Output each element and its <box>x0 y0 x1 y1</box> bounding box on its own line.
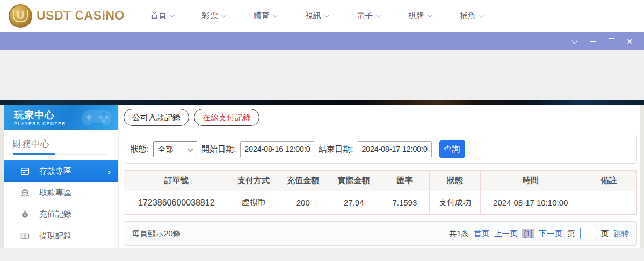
pager: 共1条 首页 上一页 [1] 下一页 第 页 跳转 <box>449 228 629 239</box>
sidebar-header: 玩家中心 PLAYERS CENTER <box>4 105 118 130</box>
table-row: 1723860600038812 虚拟币 200 27.94 7.1593 支付… <box>124 191 637 215</box>
maximize-icon <box>609 38 614 44</box>
col-actual-amount: 實際金額 <box>328 171 380 191</box>
jump-suffix-label: 页 <box>601 229 609 239</box>
tab-company-deposit-records[interactable]: 公司入款記錄 <box>124 109 189 126</box>
jump-action-link[interactable]: 跳转 <box>613 229 629 239</box>
chevron-down-icon <box>221 12 227 18</box>
logo-text: USDT CASINO <box>37 9 125 23</box>
gamepad-icon <box>81 107 113 129</box>
blank-area <box>0 50 644 100</box>
record-tabs: 公司入款記錄 在線支付記錄 <box>124 109 637 126</box>
player-center-panel: 玩家中心 PLAYERS CENTER 財務中心 <box>4 105 640 248</box>
nav-item-cards[interactable]: 棋牌 <box>408 11 432 21</box>
app-window: U USDT CASINO 首頁 彩票 體育 視訊 電子 棋牌 捕魚 ─ ✕ <box>0 0 644 261</box>
filter-panel: 狀態: 全部 開始日期: 結束日期: 查詢 <box>124 135 637 164</box>
cell-time: 2024-08-17 10:10:00 <box>480 191 581 215</box>
sidebar-section-finance-center: 財務中心 <box>4 130 118 155</box>
cell-exchange-rate: 7.1593 <box>380 191 430 215</box>
page-size-text: 每頁顯示20條 <box>132 229 181 239</box>
deposit-card-icon <box>20 167 30 176</box>
withdraw-coins-icon <box>20 188 30 197</box>
nav-item-sports[interactable]: 體育 <box>254 11 277 21</box>
col-remarks: 備註 <box>581 171 636 191</box>
chevron-down-icon <box>376 12 381 18</box>
jump-prefix-label: 第 <box>567 229 575 239</box>
window-close-button[interactable]: ✕ <box>620 32 639 50</box>
sidebar: 玩家中心 PLAYERS CENTER 財務中心 <box>4 105 118 248</box>
pagination-bar: 每頁顯示20條 共1条 首页 上一页 [1] 下一页 第 页 跳转 <box>124 221 637 246</box>
next-page-link[interactable]: 下一页 <box>539 229 563 239</box>
bottom-gray-strip <box>0 248 644 261</box>
prev-page-link[interactable]: 上一页 <box>494 229 518 239</box>
cell-remarks <box>581 191 636 215</box>
nav-item-slots[interactable]: 電子 <box>357 11 380 21</box>
total-count-text: 共1条 <box>449 229 469 239</box>
start-date-input[interactable] <box>240 141 314 157</box>
sidebar-item-recharge-records[interactable]: ¥ 充值記錄 <box>4 203 118 225</box>
query-button[interactable]: 查詢 <box>439 140 465 158</box>
col-order-no: 訂單號 <box>124 171 229 191</box>
chevron-down-icon <box>273 12 278 18</box>
sidebar-menu: 存款專區 › 取款專區 ¥ <box>4 155 118 248</box>
status-select[interactable]: 全部 <box>153 141 197 157</box>
money-bag-icon: ¥ <box>20 210 30 219</box>
end-date-input[interactable] <box>358 141 432 157</box>
col-status: 狀態 <box>430 171 481 191</box>
sidebar-item-withdraw-zone[interactable]: 取款專區 <box>4 182 118 203</box>
col-exchange-rate: 匯率 <box>380 171 430 191</box>
cell-status: 支付成功 <box>430 191 481 215</box>
main-menu: 首頁 彩票 體育 視訊 電子 棋牌 捕魚 <box>150 11 483 21</box>
cell-order-no: 1723860600038812 <box>124 191 229 215</box>
sidebar-subtitle: PLAYERS CENTER <box>14 121 66 126</box>
cell-recharge-amount: 200 <box>278 191 328 215</box>
chevron-down-icon <box>479 12 484 18</box>
banknote-icon <box>20 231 30 241</box>
col-payment-method: 支付方式 <box>229 171 278 191</box>
main-area: 玩家中心 PLAYERS CENTER 財務中心 <box>0 105 644 248</box>
col-time: 時間 <box>480 171 581 191</box>
table-header-row: 訂單號 支付方式 充值金額 實際金額 匯率 狀態 時間 備註 <box>124 171 637 191</box>
records-content: 公司入款記錄 在線支付記錄 狀態: 全部 開始日期: 結束日期: 查詢 <box>119 105 640 248</box>
first-page-link[interactable]: 首页 <box>474 229 489 239</box>
chevron-down-icon <box>571 38 577 44</box>
window-menu-chevron-button[interactable] <box>566 32 584 50</box>
col-recharge-amount: 充值金額 <box>278 171 328 191</box>
window-maximize-button[interactable] <box>602 32 620 50</box>
window-minimize-button[interactable]: ─ <box>584 32 602 50</box>
start-date-label: 開始日期: <box>201 144 236 154</box>
nav-item-home[interactable]: 首頁 <box>150 11 174 21</box>
chevron-right-icon: › <box>108 167 111 175</box>
chevron-down-icon <box>428 12 433 18</box>
payment-records-table: 訂單號 支付方式 充值金額 實際金額 匯率 狀態 時間 備註 172386060 <box>124 170 637 215</box>
window-titlebar: ─ ✕ <box>0 32 644 50</box>
sidebar-item-deposit-zone[interactable]: 存款專區 › <box>4 160 118 182</box>
cell-actual-amount: 27.94 <box>328 191 380 215</box>
tab-online-payment-records[interactable]: 在線支付記錄 <box>194 109 259 126</box>
background-banner-strip <box>0 100 644 105</box>
chevron-down-icon <box>324 12 330 18</box>
nav-item-live[interactable]: 視訊 <box>305 11 329 21</box>
end-date-label: 結束日期: <box>319 144 353 154</box>
status-select-wrap: 全部 <box>153 141 197 157</box>
chevron-down-icon <box>170 12 175 18</box>
top-navigation-bar: U USDT CASINO 首頁 彩票 體育 視訊 電子 棋牌 捕魚 <box>0 0 644 32</box>
logo-u-glyph: U <box>13 10 28 22</box>
logo-ball-icon: U <box>9 4 32 28</box>
sidebar-item-withdrawal-records[interactable]: 提現記錄 <box>4 225 118 246</box>
logo: U USDT CASINO <box>9 4 132 28</box>
nav-item-lottery[interactable]: 彩票 <box>202 11 226 21</box>
current-page-indicator[interactable]: [1] <box>522 229 534 238</box>
svg-text:¥: ¥ <box>24 213 26 217</box>
nav-item-fishing[interactable]: 捕魚 <box>460 11 483 21</box>
page-jump-input[interactable] <box>580 228 596 239</box>
cell-payment-method: 虚拟币 <box>229 191 278 215</box>
sidebar-title: 玩家中心 <box>14 110 66 121</box>
status-label: 狀態: <box>131 144 149 154</box>
